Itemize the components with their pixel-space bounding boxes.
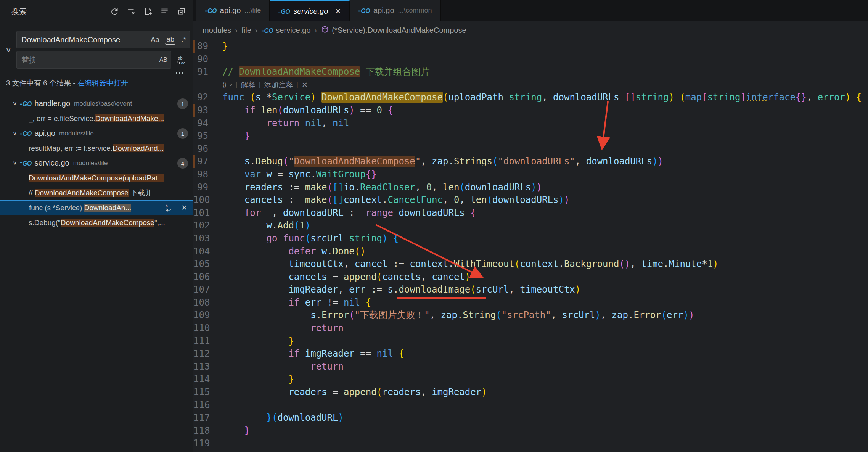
widget-action-1[interactable]: 添加注释 [264,79,293,92]
code-line-114[interactable]: 114 } [193,373,868,386]
line-number[interactable]: 95 [193,130,222,143]
line-number[interactable]: 104 [193,245,222,258]
widget-close-icon[interactable]: ✕ [302,79,308,92]
breadcrumb-item-modules[interactable]: modules [203,26,231,35]
line-number[interactable]: 112 [193,347,222,360]
line-number[interactable]: 114 [193,373,222,386]
tree-match-row[interactable]: _, err = e.fileService.DownloadAndMake..… [0,111,193,126]
tab-api.go-0[interactable]: GOapi.go...\file [196,0,270,21]
line-number[interactable]: 117 [193,412,222,425]
tree-file-service.go[interactable]: >GOservice.gomodules\file4 [0,156,193,171]
code-line-93[interactable]: 93 if len(downloadURLs) == 0 { [193,104,868,117]
tab-service.go[interactable]: GOservice.go✕ [270,0,350,21]
code-line-94[interactable]: 94 return nil, nil [193,117,868,130]
line-number[interactable]: 92 [193,91,222,104]
line-number[interactable]: 111 [193,335,222,348]
replace-icon[interactable]: bc [164,203,174,213]
replace-input-placeholder[interactable]: 替换 [17,55,156,65]
line-number[interactable]: 105 [193,258,222,271]
code-line-104[interactable]: 104 defer w.Done() [193,245,868,258]
tab-api.go-2[interactable]: GOapi.go...\common [350,0,440,21]
search-input-value[interactable]: DownloadAndMakeCompose [17,35,147,44]
close-tab-icon[interactable]: ✕ [335,7,341,16]
code-line-89[interactable]: 89} [193,40,868,53]
code-line-90[interactable]: 90 [193,53,868,66]
line-number[interactable]: 103 [193,232,222,245]
line-number[interactable]: 106 [193,271,222,284]
code-line-110[interactable]: 110 return [193,322,868,335]
breadcrumb-item-Service.DownloadAndMakeCompose[interactable]: (*Service).DownloadAndMakeCompose [321,25,466,35]
toggle-replace-chevron-icon[interactable]: > [3,45,13,55]
view-as-list-icon[interactable] [159,6,170,17]
line-number[interactable]: 115 [193,386,222,399]
code-line-108[interactable]: 108 if err != nil { [193,296,868,309]
search-input[interactable]: DownloadAndMakeCompose Aa ab .* [16,31,190,48]
chevron-down-icon[interactable]: > [12,132,18,135]
breadcrumb-item-file[interactable]: file [241,26,251,35]
code-line-109[interactable]: 109 s.Error("下载图片失败！", zap.String("srcPa… [193,309,868,322]
replace-all-button[interactable]: ab ac [175,53,188,67]
chevron-down-icon[interactable]: > [12,102,18,105]
chevron-down-icon[interactable]: > [12,161,18,165]
line-number[interactable]: 107 [193,283,222,296]
code-line-102[interactable]: 102 w.Add(1) [193,219,868,232]
line-number[interactable]: 97 [193,155,222,168]
line-number[interactable]: 89 [193,40,222,53]
line-number[interactable]: 93 [193,104,222,117]
code-line-116[interactable]: 116 [193,399,868,412]
line-number[interactable]: 99 [193,181,222,194]
line-number[interactable]: 113 [193,360,222,373]
breadcrumb-item-service.go[interactable]: GOservice.go [262,26,311,35]
tree-file-handler.go[interactable]: >GOhandler.gomodules\base\event1 [0,96,193,111]
line-number[interactable]: 108 [193,296,222,309]
code-line-100[interactable]: 100 cancels := make([]context.CancelFunc… [193,194,868,207]
line-number[interactable]: 90 [193,53,222,66]
line-number[interactable]: 94 [193,117,222,130]
clear-search-results-icon[interactable] [126,6,137,17]
line-number[interactable]: 98 [193,168,222,181]
code-line-98[interactable]: 98 var w = sync.WaitGroup{} [193,168,868,181]
preserve-case-icon[interactable]: AB [158,56,169,64]
match-case-icon[interactable]: Aa [149,35,161,44]
tree-match-row[interactable]: s.Debug("DownloadAndMakeCompose",... [0,215,193,230]
tree-match-row[interactable]: DownloadAndMakeCompose(uploadPat... [0,171,193,185]
tree-match-row[interactable]: resultMap, err := f.service.DownloadAnd.… [0,141,193,156]
dismiss-icon[interactable]: ✕ [179,203,189,213]
line-number[interactable]: 119 [193,437,222,450]
line-number[interactable]: 100 [193,194,222,207]
code-line-96[interactable]: 96 [193,143,868,156]
code-line-118[interactable]: 118 } [193,425,868,438]
code-line-107[interactable]: 107 imgReader, err := s.downloadImage(sr… [193,283,868,296]
code-line-105[interactable]: 105 timeoutCtx, cancel := context.WithTi… [193,258,868,271]
line-number[interactable]: 110 [193,322,222,335]
code-line-111[interactable]: 111 } [193,335,868,348]
code-line-95[interactable]: 95 } [193,130,868,143]
code-line-99[interactable]: 99 readers := make([]io.ReadCloser, 0, l… [193,181,868,194]
code-line-103[interactable]: 103 go func(srcUrl string) { [193,232,868,245]
tree-file-api.go[interactable]: >GOapi.gomodules\file1 [0,126,193,141]
collapse-all-icon[interactable] [176,6,187,17]
open-in-editor-link[interactable]: 在编辑器中打开 [77,79,128,87]
code-line-119[interactable]: 119 [193,437,868,450]
code-line-106[interactable]: 106 cancels = append(cancels, cancel) [193,271,868,284]
new-search-editor-icon[interactable] [143,6,153,17]
tree-match-row[interactable]: func (s *Service) DownloadAn...bc✕ [0,200,193,215]
code-line-117[interactable]: 117 }(downloadURL) [193,412,868,425]
whole-word-icon[interactable]: ab [165,35,175,45]
line-number[interactable]: 116 [193,399,222,412]
code-line-113[interactable]: 113 return [193,360,868,373]
code-line-112[interactable]: 112 if imgReader == nil { [193,347,868,360]
replace-input[interactable]: 替换 AB [16,51,171,69]
line-number[interactable]: 101 [193,207,222,220]
code-line-91[interactable]: 91// DownloadAndMakeCompose 下载并组合图片 [193,66,868,79]
code-area[interactable]: 89}9091// DownloadAndMakeCompose 下载并组合图片… [193,40,868,450]
code-line-97[interactable]: 97 s.Debug("DownloadAndMakeCompose", zap… [193,155,868,168]
line-number[interactable]: 96 [193,143,222,156]
code-line-115[interactable]: 115 readers = append(readers, imgReader) [193,386,868,399]
more-actions-icon[interactable]: ⋯ [172,68,188,79]
line-number[interactable]: 118 [193,425,222,438]
line-number[interactable]: 109 [193,309,222,322]
regex-icon[interactable]: .* [180,35,187,44]
chevron-down-icon[interactable]: > [224,84,237,87]
widget-action-0[interactable]: 解释 [241,79,256,92]
